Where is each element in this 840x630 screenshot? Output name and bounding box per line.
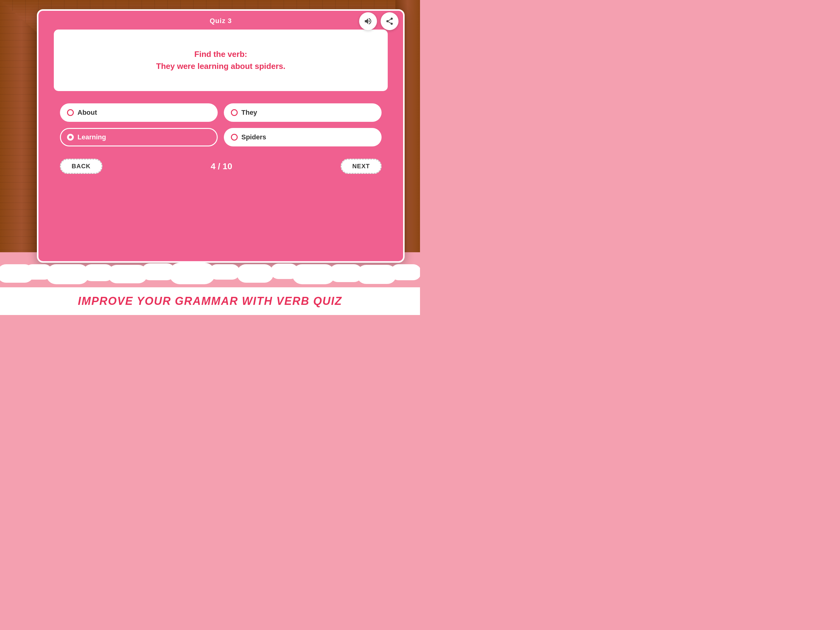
answers-grid: About They Learning Spiders [54,103,388,146]
clouds-decoration [0,255,420,286]
question-line2: They were learning about spiders. [156,62,285,71]
bottom-banner: IMPROVE YOUR GRAMMAR WITH VERB QUIZ [0,287,420,315]
quiz-title: Quiz 3 [54,17,388,25]
question-text: Find the verb: They were learning about … [156,48,285,72]
speaker-button[interactable] [359,12,377,30]
banner-text: IMPROVE YOUR GRAMMAR WITH VERB QUIZ [78,295,342,308]
answer-learning-label: Learning [77,133,106,141]
share-icon [385,17,394,25]
radio-they [231,109,238,116]
back-button[interactable]: BACK [60,159,103,174]
answer-they-label: They [242,109,257,117]
bottom-nav: BACK 4 / 10 NEXT [54,159,388,174]
answer-spiders-label: Spiders [242,133,266,141]
share-button[interactable] [381,12,398,30]
radio-learning [67,134,74,141]
radio-about [67,109,74,116]
answer-about-label: About [77,109,97,117]
next-button[interactable]: NEXT [341,159,382,174]
answer-learning[interactable]: Learning [60,128,218,146]
progress-indicator: 4 / 10 [211,161,232,171]
answer-they[interactable]: They [224,103,382,122]
answer-spiders[interactable]: Spiders [224,128,382,146]
question-line1: Find the verb: [194,49,247,59]
answer-about[interactable]: About [60,103,218,122]
main-card: Quiz 3 Find the verb: They were learning… [37,9,405,263]
speaker-icon [364,17,373,25]
radio-spiders [231,134,238,141]
question-box: Find the verb: They were learning about … [54,30,388,91]
